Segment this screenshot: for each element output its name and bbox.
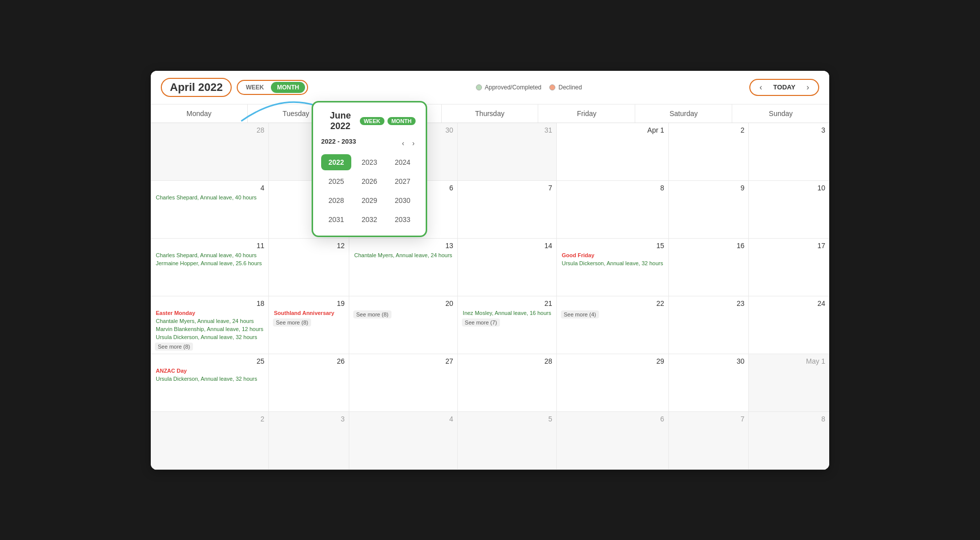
calendar-grid: 28293031Apr 1234Charles Shepard, Annual …: [151, 123, 829, 470]
cell-date: 24: [753, 299, 825, 307]
calendar-cell[interactable]: 8: [557, 181, 669, 239]
calendar-cell[interactable]: 13Chantale Myers, Annual leave, 24 hours: [349, 239, 458, 296]
year-item[interactable]: 2028: [321, 192, 351, 208]
cell-date: 21: [462, 299, 552, 307]
today-button[interactable]: TODAY: [769, 82, 800, 92]
calendar-cell[interactable]: 22See more (4): [557, 296, 669, 354]
prev-month-button[interactable]: ‹: [756, 82, 765, 93]
cell-date: 4: [155, 184, 264, 192]
cell-date: 27: [353, 357, 453, 365]
calendar-cell[interactable]: 24: [749, 296, 829, 354]
calendar-cell[interactable]: 28: [458, 354, 557, 412]
calendar-cell[interactable]: 12: [269, 239, 349, 296]
calendar-cell[interactable]: 18Easter MondayChantale Myers, Annual le…: [151, 296, 269, 354]
leave-event: Charles Shepard, Annual leave, 40 hours: [155, 252, 264, 259]
calendar-cell[interactable]: 20See more (8): [349, 296, 458, 354]
see-more-button[interactable]: See more (8): [353, 310, 391, 318]
year-item[interactable]: 2027: [387, 173, 418, 189]
calendar-cell[interactable]: 14: [458, 239, 557, 296]
calendar-container: April 2022 WEEK MONTH Approved/Completed…: [151, 71, 829, 470]
cell-date: 7: [462, 184, 552, 192]
calendar-cell[interactable]: 7: [458, 181, 557, 239]
popup-month-button[interactable]: MONTH: [387, 117, 416, 125]
calendar-cell[interactable]: 6: [557, 412, 669, 470]
calendar-cell[interactable]: 21Inez Mosley, Annual leave, 16 hoursSee…: [458, 296, 557, 354]
calendar-cell[interactable]: 25ANZAC DayUrsula Dickerson, Annual leav…: [151, 354, 269, 412]
calendar-cell[interactable]: 27: [349, 354, 458, 412]
see-more-button[interactable]: See more (4): [561, 310, 599, 318]
calendar-cell[interactable]: 3: [749, 123, 829, 181]
next-month-button[interactable]: ›: [804, 82, 812, 93]
cell-date: 15: [561, 242, 664, 250]
cell-date: 2: [673, 126, 745, 134]
approved-legend-item: Approved/Completed: [476, 84, 542, 91]
calendar-cell[interactable]: 11Charles Shepard, Annual leave, 40 hour…: [151, 239, 269, 296]
calendar-cell[interactable]: 7: [669, 412, 749, 470]
year-item[interactable]: 2033: [387, 211, 418, 228]
cell-date: 6: [561, 415, 664, 423]
calendar-cell[interactable]: Apr 1: [557, 123, 669, 181]
days-header: Monday Tuesday Wednesday Thursday Friday…: [151, 104, 829, 123]
year-item[interactable]: 2032: [354, 211, 384, 228]
years-grid: 2022202320242025202620272028202920302031…: [321, 154, 418, 228]
see-more-button[interactable]: See more (8): [273, 318, 311, 327]
calendar-cell[interactable]: 28: [151, 123, 269, 181]
calendar-cell[interactable]: 2: [151, 412, 269, 470]
month-title: April 2022: [161, 78, 232, 97]
holiday-event: Southland Anniversary: [273, 309, 345, 316]
legend: Approved/Completed Declined: [476, 84, 582, 91]
calendar-cell[interactable]: 19Southland AnniversarySee more (8): [269, 296, 349, 354]
declined-dot: [549, 84, 555, 90]
cell-date: 8: [561, 184, 664, 192]
calendar-cell[interactable]: 8: [749, 412, 829, 470]
calendar-cell[interactable]: 30: [669, 354, 749, 412]
year-range-prev-button[interactable]: ‹: [399, 138, 408, 148]
holiday-event: Good Friday: [561, 252, 664, 259]
cell-date: 28: [462, 357, 552, 365]
see-more-button[interactable]: See more (8): [155, 343, 193, 351]
calendar-cell[interactable]: 4Charles Shepard, Annual leave, 40 hours: [151, 181, 269, 239]
calendar-cell[interactable]: 16: [669, 239, 749, 296]
leave-event: Marvin Blankenship, Annual leave, 12 hou…: [155, 326, 264, 333]
leave-event: Ursula Dickerson, Annual leave, 32 hours: [155, 375, 264, 382]
calendar-cell[interactable]: 31: [458, 123, 557, 181]
year-item[interactable]: 2023: [354, 154, 384, 170]
year-item[interactable]: 2026: [354, 173, 384, 189]
cell-date: 3: [273, 415, 345, 423]
year-item[interactable]: 2022: [321, 154, 351, 170]
calendar-cell[interactable]: 5: [458, 412, 557, 470]
calendar-cell[interactable]: 3: [269, 412, 349, 470]
year-range-next-button[interactable]: ›: [409, 138, 418, 148]
year-item[interactable]: 2024: [387, 154, 418, 170]
year-item[interactable]: 2029: [354, 192, 384, 208]
cell-date: 18: [155, 299, 264, 307]
calendar-cell[interactable]: 17: [749, 239, 829, 296]
cell-date: 11: [155, 242, 264, 250]
calendar-cell[interactable]: 29: [557, 354, 669, 412]
month-view-button[interactable]: MONTH: [271, 82, 305, 93]
cell-date: 10: [753, 184, 825, 192]
calendar-cell[interactable]: 9: [669, 181, 749, 239]
calendar-cell[interactable]: 23: [669, 296, 749, 354]
year-item[interactable]: 2031: [321, 211, 351, 228]
calendar-cell[interactable]: 15Good FridayUrsula Dickerson, Annual le…: [557, 239, 669, 296]
calendar-cell[interactable]: 2: [669, 123, 749, 181]
popup-header: June 2022 WEEK MONTH: [321, 111, 418, 132]
year-item[interactable]: 2030: [387, 192, 418, 208]
year-picker-popup: June 2022 WEEK MONTH 2022 - 2033 ‹ › 202…: [312, 101, 427, 237]
week-view-button[interactable]: WEEK: [240, 82, 270, 93]
popup-week-button[interactable]: WEEK: [360, 117, 384, 125]
cell-date: 8: [753, 415, 825, 423]
cell-date: 28: [155, 126, 264, 134]
see-more-button[interactable]: See more (7): [462, 318, 500, 327]
day-monday: Monday: [151, 104, 248, 123]
calendar-cell[interactable]: May 1: [749, 354, 829, 412]
header-right: ‹ TODAY ›: [749, 79, 819, 96]
calendar-cell[interactable]: 10: [749, 181, 829, 239]
year-range: 2022 - 2033: [321, 138, 356, 145]
year-item[interactable]: 2025: [321, 173, 351, 189]
cell-date: 29: [561, 357, 664, 365]
calendar-cell[interactable]: 4: [349, 412, 458, 470]
calendar-cell[interactable]: 26: [269, 354, 349, 412]
holiday-event: Easter Monday: [155, 309, 264, 316]
